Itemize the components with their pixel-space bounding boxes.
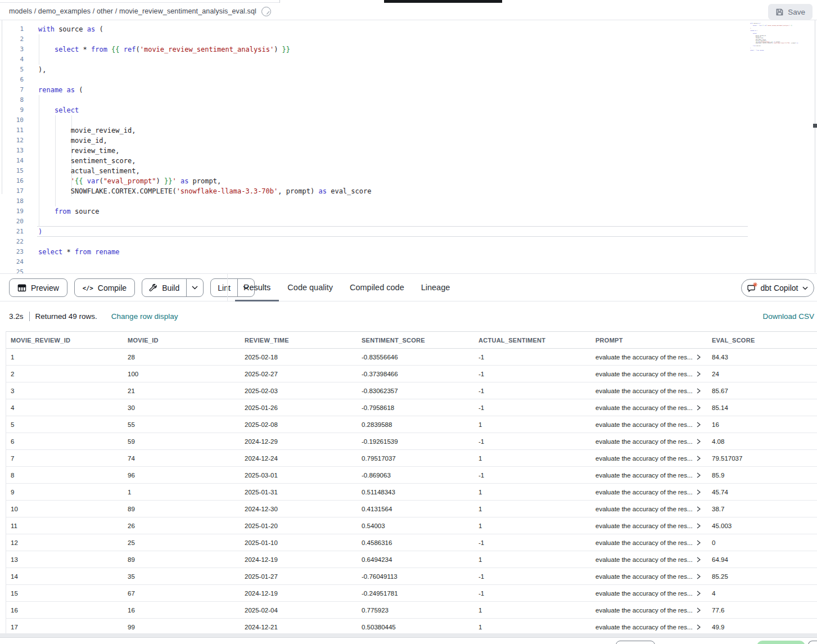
change-row-display-link[interactable]: Change row display [111,312,178,321]
code-line[interactable]: 22 [0,237,817,247]
cell-actual-sentiment: -1 [474,354,591,361]
preview-button[interactable]: Preview [9,278,67,297]
code-line[interactable]: 8 [0,95,817,105]
prompt-expand-button[interactable] [697,472,701,478]
tab-compiled-code[interactable]: Compiled code [341,274,413,301]
partial-button[interactable] [616,641,655,644]
tab-lineage[interactable]: Lineage [413,274,459,301]
build-menu-button[interactable] [186,279,203,296]
prompt-expand-button[interactable] [697,439,701,444]
line-number: 17 [0,186,24,196]
code-line[interactable]: 16 '{{ var("eval_prompt") }}' as prompt, [0,176,817,186]
prompt-expand-button[interactable] [697,523,701,529]
tab-code-quality[interactable]: Code quality [279,274,341,301]
editor-minimap[interactable]: with source as ( select * from {{ ref('m… [750,22,798,53]
cell-movie-id: 30 [123,404,240,411]
minimap-line: select * from {{ ref('movie_review_senti… [750,25,798,26]
dbt-copilot-button[interactable]: dbt Copilot [741,279,814,297]
code-text: select * from rename [38,247,120,257]
table-row: 10892024-12-300.41315641evaluate the acc… [6,501,817,517]
cell-movie-id: 89 [123,506,240,512]
cell-prompt: evaluate the accuracy of the res... [591,354,707,361]
cell-prompt: evaluate the accuracy of the res... [591,421,707,428]
code-line[interactable]: 15 actual_sentiment, [0,166,817,176]
table-row: 7742024-12-240.795170371evaluate the acc… [6,450,817,467]
code-line[interactable]: 10 [0,115,817,125]
tab-results[interactable]: Results [235,274,279,301]
code-line[interactable]: 6 [0,75,817,85]
results-table: MOVIE_REVIEW_IDMOVIE_IDREVIEW_TIMESENTIM… [6,331,817,633]
code-editor[interactable]: 1with source as (23 select * from {{ ref… [0,20,817,273]
save-button[interactable]: Save [768,4,813,20]
compile-button[interactable]: </> Compile [74,278,135,297]
code-line[interactable]: 19 from source [0,206,817,217]
editor-scrollbar[interactable] [815,20,815,273]
prompt-expand-button[interactable] [697,405,701,411]
cell-eval-score: 38.7 [707,506,817,512]
prompt-expand-button[interactable] [697,574,701,579]
build-button[interactable]: Build [142,279,186,296]
cell-eval-score: 0 [707,539,817,546]
prompt-expand-button[interactable] [697,371,701,377]
cell-movie-review-id: 8 [6,472,123,479]
cell-eval-score: 85.25 [707,573,817,580]
lint-button[interactable]: Lint [211,279,237,296]
code-line[interactable]: 21) [0,227,817,237]
partial-green-button[interactable] [757,641,805,644]
code-lines[interactable]: 1with source as (23 select * from {{ ref… [0,24,817,273]
cell-movie-review-id: 16 [6,607,123,614]
code-line[interactable]: 14 sentiment_score, [0,156,817,166]
code-line[interactable]: 25 [0,267,817,273]
cell-review-time: 2025-02-08 [240,421,357,428]
cell-prompt: evaluate the accuracy of the res... [591,371,707,377]
prompt-expand-button[interactable] [697,540,701,546]
table-row: 1282025-02-18-0.83556646-1evaluate the a… [6,349,817,366]
code-line[interactable]: 3 select * from {{ ref('movie_review_sen… [0,44,817,55]
prompt-expand-button[interactable] [697,506,701,512]
minimap-line [750,52,798,53]
download-csv-link[interactable]: Download CSV [762,301,814,331]
cell-movie-id: 89 [123,556,240,563]
code-line[interactable]: 24 [0,257,817,267]
code-line[interactable]: 23select * from rename [0,247,817,257]
prompt-expand-button[interactable] [697,591,701,596]
prompt-expand-button[interactable] [697,456,701,461]
prompt-expand-button[interactable] [697,624,701,630]
code-line[interactable]: 12 movie_id, [0,136,817,146]
cell-sentiment-score: 0.4586316 [357,539,474,546]
code-line[interactable]: 11 movie_review_id, [0,125,817,136]
line-number: 18 [0,196,24,206]
table-row: 4302025-01-26-0.7958618-1evaluate the ac… [6,399,817,416]
prompt-expand-button[interactable] [697,388,701,394]
code-line[interactable]: 20 [0,217,817,227]
cell-movie-review-id: 11 [6,523,123,529]
code-line[interactable]: 9 select [0,105,817,115]
code-line[interactable]: 18 [0,196,817,206]
code-line[interactable]: 4 [0,55,817,65]
code-line[interactable]: 13 review_time, [0,146,817,156]
breadcrumb[interactable]: models / demo_examples / other / movie_r… [9,7,256,15]
code-line[interactable]: 1with source as ( [0,24,817,34]
cell-sentiment-score: -0.19261539 [357,438,474,445]
cell-sentiment-score: -0.83062357 [357,388,474,394]
format-icon[interactable] [261,7,271,16]
horizontal-scrollbar[interactable] [0,633,817,638]
editor-scrollbar-thumb[interactable] [813,124,817,128]
partial-button[interactable] [808,641,817,644]
prompt-expand-button[interactable] [697,607,701,613]
code-line[interactable]: 5), [0,65,817,75]
cell-sentiment-score: -0.24951781 [357,590,474,597]
prompt-expand-button[interactable] [697,489,701,495]
cell-actual-sentiment: 1 [474,523,591,529]
prompt-expand-button[interactable] [697,422,701,427]
cell-movie-review-id: 6 [6,438,123,445]
line-number: 11 [0,125,24,136]
prompt-expand-button[interactable] [697,557,701,562]
prompt-expand-button[interactable] [697,354,701,360]
code-line[interactable]: 7rename as ( [0,85,817,95]
cell-movie-review-id: 15 [6,590,123,597]
code-line[interactable]: 2 [0,34,817,44]
cell-movie-id: 26 [123,523,240,529]
cell-movie-id: 1 [123,489,240,496]
code-line[interactable]: 17 SNOWFLAKE.CORTEX.COMPLETE('snowflake-… [0,186,817,196]
